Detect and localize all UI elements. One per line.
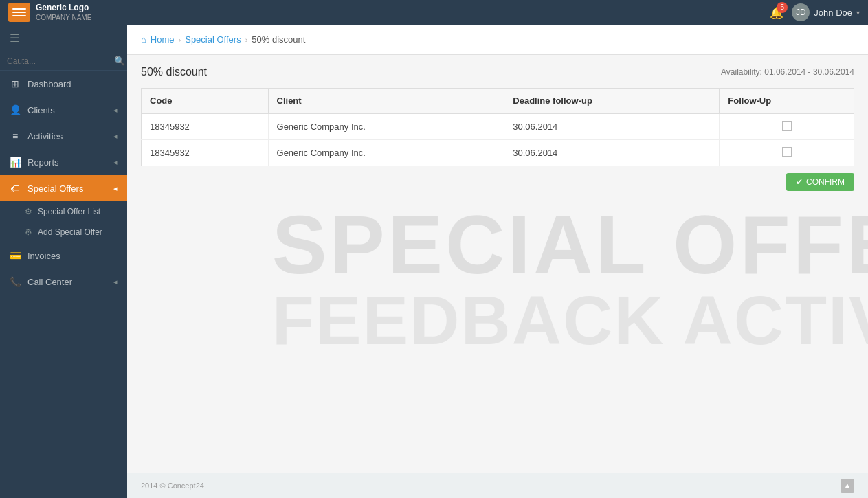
sidebar-item-label: Activities: [27, 131, 107, 142]
sidebar-toggle[interactable]: ☰: [0, 25, 127, 52]
breadcrumb-sep: ›: [245, 36, 248, 44]
confirm-button[interactable]: ✔ CONFIRM: [786, 173, 854, 191]
watermark-line1: SPECIAL OFFERS: [272, 203, 868, 286]
page-content: SPECIAL OFFERS FEEDBACK ACTIVITY 50% dis…: [127, 55, 868, 473]
chevron-icon: ◂: [113, 278, 118, 286]
sidebar-sub-item-label: Add Special Offer: [38, 227, 102, 237]
sub-item-icon: ⚙: [25, 207, 32, 216]
sidebar: ☰ 🔍 ⊞ Dashboard 👤 Clients ◂ ≡ Activities…: [0, 25, 127, 498]
sidebar-item-activities[interactable]: ≡ Activities ◂: [0, 123, 127, 149]
sidebar-item-special-offer-list[interactable]: ⚙ Special Offer List: [0, 201, 127, 222]
sidebar-item-label: Call Center: [27, 277, 107, 287]
scroll-top-button[interactable]: ▲: [841, 479, 854, 493]
cell-client: Generic Company Inc.: [268, 140, 504, 166]
cell-code: 18345932: [142, 140, 269, 166]
content-area: ⌂ Home › Special Offers › 50% discount S…: [127, 25, 868, 498]
footer-copyright: 2014 © Concept24.: [141, 482, 206, 490]
col-deadline: Deadline follow-up: [504, 89, 720, 114]
cell-deadline: 30.06.2014: [504, 140, 720, 166]
table-row: 18345932 Generic Company Inc. 30.06.2014: [142, 140, 854, 166]
table-row: 18345932 Generic Company Inc. 30.06.2014: [142, 113, 854, 140]
sidebar-item-label: Invoices: [27, 251, 118, 261]
page-footer: 2014 © Concept24. ▲: [127, 473, 868, 498]
watermark-line2: FEEDBACK ACTIVITY: [272, 286, 868, 354]
sidebar-item-label: Clients: [27, 105, 107, 115]
cell-code: 18345932: [142, 113, 269, 140]
activities-icon: ≡: [10, 131, 21, 142]
search-input[interactable]: [7, 56, 110, 66]
search-box: 🔍: [0, 52, 127, 71]
reports-icon: 📊: [10, 157, 21, 168]
topbar: Generic Logo COMPANY NAME 🔔 5 JD John Do…: [0, 0, 868, 25]
notification-badge: 5: [777, 2, 788, 13]
brand-logo: [8, 3, 30, 22]
sidebar-item-label: Dashboard: [27, 79, 118, 89]
breadcrumb-current: 50% discount: [252, 34, 305, 45]
sidebar-item-label: Reports: [27, 157, 107, 168]
sub-item-icon: ⚙: [25, 227, 32, 237]
sidebar-item-special-offers[interactable]: 🏷 Special Offers ◂: [0, 175, 127, 201]
user-name: John Doe: [814, 8, 852, 18]
sidebar-item-invoices[interactable]: 💳 Invoices: [0, 242, 127, 269]
home-icon: ⌂: [141, 34, 146, 45]
sidebar-item-reports[interactable]: 📊 Reports ◂: [0, 149, 127, 175]
check-icon: ✔: [796, 177, 803, 187]
watermark: SPECIAL OFFERS FEEDBACK ACTIVITY: [272, 203, 868, 354]
main-layout: ☰ 🔍 ⊞ Dashboard 👤 Clients ◂ ≡ Activities…: [0, 25, 868, 498]
sidebar-item-label: Special Offers: [27, 183, 107, 194]
breadcrumb-special-offers[interactable]: Special Offers: [185, 34, 241, 45]
user-menu[interactable]: JD John Doe ▾: [792, 3, 860, 21]
col-code: Code: [142, 89, 269, 114]
chevron-icon: ◂: [113, 106, 118, 115]
brand-bottom: COMPANY NAME: [36, 13, 91, 22]
dashboard-icon: ⊞: [10, 78, 21, 89]
cell-followup: [720, 140, 854, 166]
clients-icon: 👤: [10, 104, 21, 115]
chevron-icon: ◂: [113, 158, 118, 167]
page-title: 50% discount: [141, 66, 207, 78]
chevron-down-icon: ▾: [856, 9, 860, 16]
sidebar-item-call-center[interactable]: 📞 Call Center ◂: [0, 269, 127, 295]
chevron-icon: ◂: [113, 184, 118, 193]
sidebar-item-add-special-offer[interactable]: ⚙ Add Special Offer: [0, 222, 127, 242]
actions-bar: ✔ CONFIRM: [141, 166, 854, 191]
cell-client: Generic Company Inc.: [268, 113, 504, 140]
page-header: 50% discount Availability: 01.06.2014 - …: [141, 66, 854, 78]
col-client: Client: [268, 89, 504, 114]
confirm-label: CONFIRM: [806, 177, 845, 187]
chevron-icon: ◂: [113, 132, 118, 141]
avatar: JD: [792, 3, 810, 21]
brand-top: Generic Logo: [36, 3, 91, 14]
cell-deadline: 30.06.2014: [504, 113, 720, 140]
cell-followup: [720, 113, 854, 140]
breadcrumb-sep: ›: [179, 36, 181, 44]
followup-checkbox[interactable]: [782, 121, 792, 131]
col-followup: Follow-Up: [720, 89, 854, 114]
notification-bell[interactable]: 🔔 5: [770, 6, 783, 19]
invoices-icon: 💳: [10, 250, 21, 261]
topbar-right: 🔔 5 JD John Doe ▾: [770, 3, 860, 21]
data-table: Code Client Deadline follow-up Follow-Up…: [141, 88, 854, 166]
search-icon: 🔍: [114, 56, 125, 66]
breadcrumb: ⌂ Home › Special Offers › 50% discount: [127, 25, 868, 55]
brand: Generic Logo COMPANY NAME: [8, 3, 91, 23]
special-offers-icon: 🏷: [10, 183, 21, 194]
sidebar-sub-item-label: Special Offer List: [38, 207, 100, 216]
sidebar-item-dashboard[interactable]: ⊞ Dashboard: [0, 71, 127, 97]
call-center-icon: 📞: [10, 276, 21, 287]
availability-text: Availability: 01.06.2014 - 30.06.2014: [721, 67, 854, 77]
breadcrumb-home[interactable]: Home: [151, 34, 175, 45]
sidebar-item-clients[interactable]: 👤 Clients ◂: [0, 97, 127, 123]
followup-checkbox[interactable]: [782, 147, 792, 157]
brand-text: Generic Logo COMPANY NAME: [36, 3, 91, 23]
